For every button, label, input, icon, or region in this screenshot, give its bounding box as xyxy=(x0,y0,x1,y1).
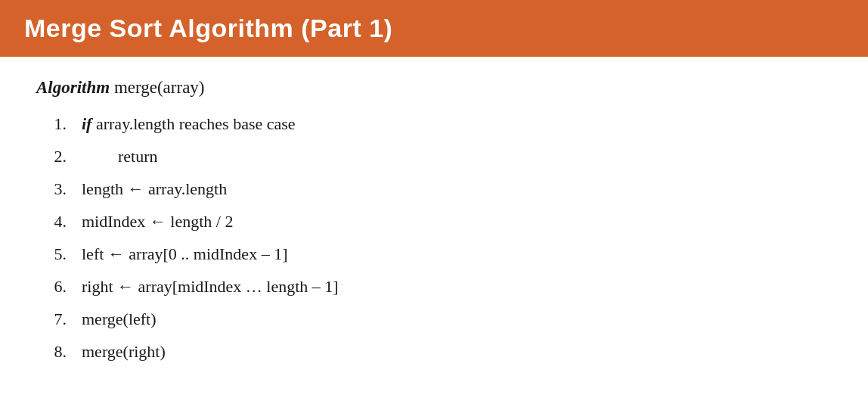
algorithm-line-8: 8. merge(right) xyxy=(36,339,832,364)
algorithm-line-6: 6. right ← array[midIndex … length – 1] xyxy=(36,274,832,299)
algorithm-content: Algorithm merge(array) 1. if array.lengt… xyxy=(0,78,868,364)
page-container: Merge Sort Algorithm (Part 1) Algorithm … xyxy=(0,0,868,404)
algorithm-line-7: 7. merge(left) xyxy=(36,306,832,331)
line-content-6: right ← array[midIndex … length – 1] xyxy=(82,274,832,299)
line-number-5: 5. xyxy=(36,241,67,266)
algorithm-line-4: 4. midIndex ← length / 2 xyxy=(36,209,832,234)
line-number-2: 2. xyxy=(36,144,67,169)
page-title: Merge Sort Algorithm (Part 1) xyxy=(24,14,392,42)
line-number-4: 4. xyxy=(36,209,67,234)
line-number-1: 1. xyxy=(36,111,67,136)
header-banner: Merge Sort Algorithm (Part 1) xyxy=(0,0,868,57)
line-number-7: 7. xyxy=(36,306,67,331)
line-number-6: 6. xyxy=(36,274,67,299)
algorithm-header: Algorithm merge(array) xyxy=(36,78,832,98)
line-number-3: 3. xyxy=(36,176,67,201)
line-content-1: if array.length reaches base case xyxy=(82,111,832,136)
algorithm-lines: 1. if array.length reaches base case 2. … xyxy=(36,111,832,364)
line-content-5: left ← array[0 .. midIndex – 1] xyxy=(82,241,832,266)
line-content-2: return xyxy=(82,144,832,169)
if-keyword: if xyxy=(82,114,91,133)
line-content-8: merge(right) xyxy=(82,339,832,364)
algorithm-line-1: 1. if array.length reaches base case xyxy=(36,111,832,136)
line-content-7: merge(left) xyxy=(82,306,832,331)
algorithm-line-5: 5. left ← array[0 .. midIndex – 1] xyxy=(36,241,832,266)
line-number-8: 8. xyxy=(36,339,67,364)
line-content-4: midIndex ← length / 2 xyxy=(82,209,832,234)
algorithm-line-2: 2. return xyxy=(36,144,832,169)
algorithm-signature: merge(array) xyxy=(110,78,204,97)
algorithm-keyword: Algorithm xyxy=(36,78,110,97)
line-content-3: length ← array.length xyxy=(82,176,832,201)
algorithm-line-3: 3. length ← array.length xyxy=(36,176,832,201)
